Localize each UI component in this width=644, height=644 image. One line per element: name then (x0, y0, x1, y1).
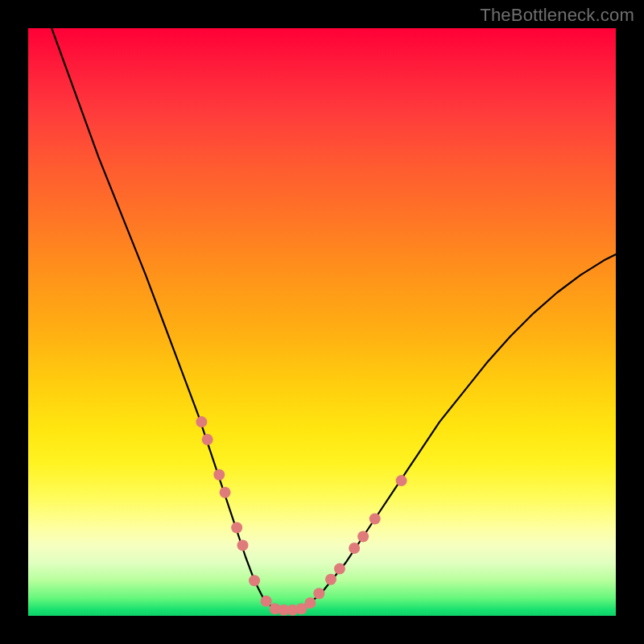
highlight-dot (237, 539, 248, 551)
highlight-dot (196, 416, 207, 427)
bottleneck-curve (52, 28, 616, 610)
chart-svg (28, 28, 616, 616)
chart-frame: TheBottleneck.com (0, 0, 644, 644)
highlight-dot (313, 588, 324, 599)
watermark-text: TheBottleneck.com (480, 5, 634, 26)
highlight-dot (220, 487, 231, 498)
highlight-dot (304, 597, 316, 609)
curve-layer (52, 28, 616, 610)
highlight-dot (357, 530, 369, 542)
highlight-dot (249, 575, 260, 586)
marker-layer (196, 416, 407, 616)
highlight-dot (396, 475, 407, 486)
highlight-dot (349, 543, 360, 554)
highlight-dot (202, 434, 213, 445)
highlight-dot (261, 596, 272, 607)
highlight-dot (325, 574, 336, 585)
highlight-dot (369, 514, 381, 525)
highlight-dot (213, 469, 225, 481)
highlight-dot (231, 522, 242, 534)
plot-area (28, 28, 616, 616)
highlight-dot (334, 564, 345, 575)
